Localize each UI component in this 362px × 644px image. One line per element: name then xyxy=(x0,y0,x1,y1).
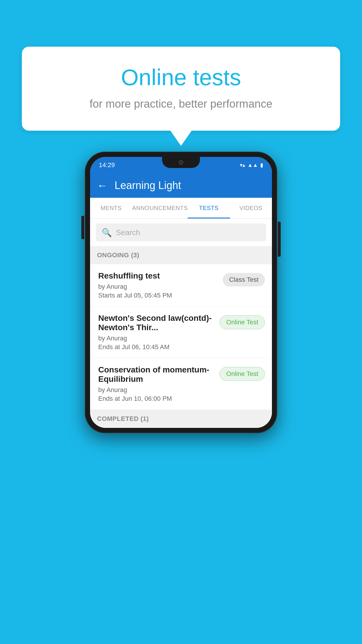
completed-section-header: COMPLETED (1) xyxy=(90,410,272,428)
tab-announcements[interactable]: ANNOUNCEMENTS xyxy=(132,198,188,218)
phone-screen: 14:29 ▾▴ ▲▲ ▮ ← Learning Light MENTS xyxy=(90,157,272,428)
phone-outer: 14:29 ▾▴ ▲▲ ▮ ← Learning Light MENTS xyxy=(85,152,277,433)
test-by: by Anurag xyxy=(98,386,215,394)
test-badge-online: Online Test xyxy=(219,315,265,329)
status-time: 14:29 xyxy=(99,161,115,169)
test-badge-class: Class Test xyxy=(223,273,265,286)
test-time: Ends at Jul 06, 10:45 AM xyxy=(98,343,215,351)
app-title: Learning Light xyxy=(115,179,181,192)
test-name: Reshuffling test xyxy=(98,271,218,281)
test-info: Newton's Second law(contd)-Newton's Thir… xyxy=(98,314,219,351)
search-icon: 🔍 xyxy=(102,228,112,237)
test-item[interactable]: Reshuffling test by Anurag Starts at Jul… xyxy=(90,264,272,307)
tab-videos[interactable]: VIDEOS xyxy=(230,198,272,218)
speech-bubble-title: Online tests xyxy=(45,64,317,91)
test-info: Reshuffling test by Anurag Starts at Jul… xyxy=(98,271,223,299)
test-badge-online: Online Test xyxy=(219,367,265,381)
signal-icon: ▲▲ xyxy=(247,162,258,168)
speech-bubble-subtitle: for more practice, better performance xyxy=(45,98,317,110)
test-time: Starts at Jul 05, 05:45 PM xyxy=(98,292,218,299)
test-item[interactable]: Conservation of momentum-Equilibrium by … xyxy=(90,358,272,410)
test-name: Newton's Second law(contd)-Newton's Thir… xyxy=(98,314,215,332)
search-container: 🔍 Search xyxy=(90,219,272,246)
ongoing-section-header: ONGOING (3) xyxy=(90,246,272,264)
test-time: Ends at Jun 10, 06:00 PM xyxy=(98,395,215,402)
status-bar: 14:29 ▾▴ ▲▲ ▮ xyxy=(90,157,272,173)
tab-tests[interactable]: TESTS xyxy=(188,198,230,218)
speech-bubble: Online tests for more practice, better p… xyxy=(22,47,340,131)
test-list: Reshuffling test by Anurag Starts at Jul… xyxy=(90,264,272,410)
test-name: Conservation of momentum-Equilibrium xyxy=(98,365,215,384)
notch xyxy=(162,157,200,168)
app-bar: ← Learning Light xyxy=(90,173,272,198)
test-info: Conservation of momentum-Equilibrium by … xyxy=(98,365,219,402)
phone-wrapper: 14:29 ▾▴ ▲▲ ▮ ← Learning Light MENTS xyxy=(85,152,277,433)
camera xyxy=(179,160,183,165)
test-item[interactable]: Newton's Second law(contd)-Newton's Thir… xyxy=(90,307,272,358)
wifi-icon: ▾▴ xyxy=(240,162,245,168)
test-by: by Anurag xyxy=(98,335,215,342)
tab-ments[interactable]: MENTS xyxy=(90,198,132,218)
test-by: by Anurag xyxy=(98,283,218,290)
status-icons: ▾▴ ▲▲ ▮ xyxy=(240,162,263,168)
battery-icon: ▮ xyxy=(260,162,263,168)
search-bar[interactable]: 🔍 Search xyxy=(96,223,266,242)
back-button[interactable]: ← xyxy=(97,179,108,192)
speech-bubble-container: Online tests for more practice, better p… xyxy=(22,47,340,131)
search-placeholder: Search xyxy=(116,228,140,237)
tabs-bar: MENTS ANNOUNCEMENTS TESTS VIDEOS xyxy=(90,198,272,219)
